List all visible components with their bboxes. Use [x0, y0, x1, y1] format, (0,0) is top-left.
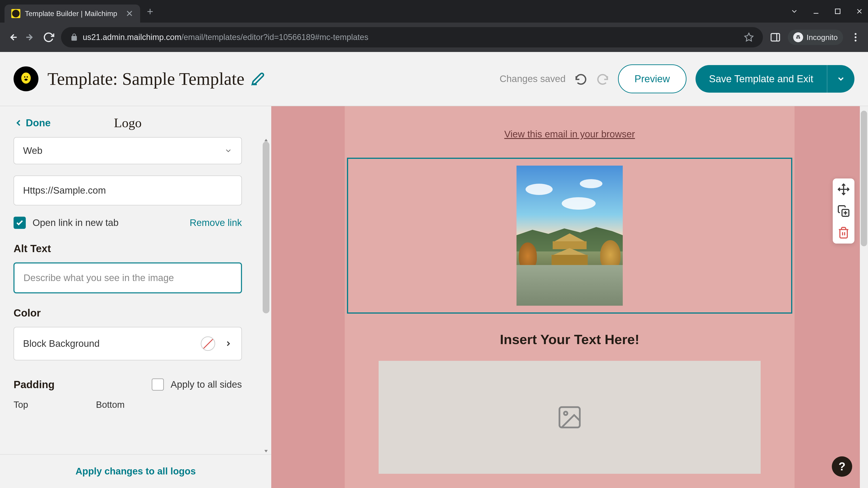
help-button[interactable]: ?	[832, 456, 852, 477]
delete-block-icon[interactable]	[837, 226, 850, 239]
link-type-select[interactable]: Web	[13, 137, 242, 164]
panel-icon[interactable]	[770, 32, 781, 43]
svg-marker-21	[265, 450, 268, 453]
tab-close-icon[interactable]: ✕	[126, 8, 133, 19]
edit-title-icon[interactable]	[251, 72, 265, 86]
close-window-icon[interactable]	[855, 7, 864, 15]
svg-point-11	[798, 37, 800, 39]
svg-point-13	[855, 36, 857, 38]
image-placeholder-icon	[553, 404, 587, 431]
svg-point-23	[564, 412, 567, 415]
sidebar-scroll-thumb[interactable]	[263, 142, 270, 313]
page-title: Template: Sample Template	[48, 69, 244, 89]
incognito-label: Incognito	[807, 33, 838, 42]
alt-text-field[interactable]	[24, 272, 232, 283]
svg-rect-8	[771, 33, 780, 41]
address-bar-right: Incognito	[770, 30, 861, 45]
apply-all-sides-group: Apply to all sides	[152, 379, 242, 391]
save-status: Changes saved	[500, 73, 565, 84]
save-button-group: Save Template and Exit	[695, 65, 855, 93]
sidebar-header: Done Logo	[0, 106, 271, 137]
padding-label: Padding	[13, 379, 55, 391]
favicon-mailchimp	[11, 9, 20, 18]
url-input-field[interactable]	[23, 185, 232, 196]
duplicate-block-icon[interactable]	[837, 205, 850, 217]
svg-marker-7	[745, 33, 753, 41]
logo-image[interactable]	[517, 166, 623, 306]
chevron-down-icon	[224, 147, 232, 155]
new-tab-button[interactable]: +	[147, 5, 153, 18]
open-new-tab-label: Open link in new tab	[33, 217, 119, 228]
svg-marker-20	[265, 139, 268, 141]
svg-point-0	[12, 10, 20, 17]
svg-point-10	[796, 37, 798, 39]
svg-point-14	[855, 39, 857, 41]
browser-tab[interactable]: Template Builder | Mailchimp ✕	[4, 4, 140, 23]
sidebar-scrollbar[interactable]	[263, 137, 270, 454]
window-controls	[790, 7, 864, 15]
bookmark-star-icon[interactable]	[744, 32, 754, 42]
incognito-icon	[793, 32, 803, 42]
canvas-scroll-thumb[interactable]	[861, 111, 867, 246]
svg-rect-2	[835, 9, 840, 14]
redo-button[interactable]	[596, 72, 609, 85]
sidebar: Done Logo Web	[0, 106, 271, 488]
svg-point-15	[21, 72, 31, 84]
maximize-icon[interactable]	[834, 7, 842, 15]
text-block[interactable]: Insert Your Text Here!	[345, 314, 795, 361]
color-section-label: Color	[13, 307, 258, 319]
lock-icon	[70, 33, 78, 41]
save-dropdown-button[interactable]	[827, 65, 855, 93]
svg-point-12	[855, 33, 857, 35]
logo-block-selected[interactable]	[347, 158, 792, 314]
browser-chrome: Template Builder | Mailchimp ✕ + us21.ad…	[0, 0, 868, 52]
apply-all-logos-link[interactable]: Apply changes to all logos	[75, 466, 196, 477]
url-box[interactable]: us21.admin.mailchimp.com/email/templates…	[61, 27, 763, 47]
url-input[interactable]	[13, 175, 242, 205]
svg-point-18	[24, 78, 28, 80]
svg-point-16	[24, 76, 26, 78]
block-toolbar	[833, 178, 855, 243]
undo-button[interactable]	[575, 72, 587, 85]
tabs-dropdown-icon[interactable]	[790, 7, 798, 15]
preview-button[interactable]: Preview	[618, 64, 686, 93]
sidebar-footer: Apply changes to all logos	[0, 454, 271, 488]
save-template-button[interactable]: Save Template and Exit	[695, 65, 827, 93]
app-header: Template: Sample Template Changes saved …	[0, 52, 868, 106]
canvas-scrollbar[interactable]	[860, 106, 868, 488]
sidebar-panel-title: Logo	[114, 115, 142, 130]
incognito-badge[interactable]: Incognito	[788, 30, 843, 45]
apply-all-sides-checkbox[interactable]	[152, 379, 164, 391]
mailchimp-logo[interactable]	[13, 66, 38, 91]
view-in-browser-link[interactable]: View this email in your browser	[345, 115, 795, 158]
sidebar-scroll[interactable]: Web Open link in new tab Re	[0, 137, 271, 454]
padding-header-row: Padding Apply to all sides	[13, 379, 242, 391]
block-background-row[interactable]: Block Background	[13, 327, 242, 360]
tab-bar: Template Builder | Mailchimp ✕ +	[0, 0, 868, 23]
open-new-tab-row: Open link in new tab Remove link	[13, 217, 242, 229]
reload-button[interactable]	[43, 32, 54, 43]
padding-bottom-label: Bottom	[96, 400, 125, 410]
move-block-icon[interactable]	[837, 183, 850, 196]
apply-all-sides-label: Apply to all sides	[170, 379, 242, 390]
scroll-down-arrow-icon[interactable]	[264, 449, 269, 454]
alt-text-input[interactable]	[13, 263, 242, 293]
forward-button[interactable]	[25, 32, 36, 43]
kebab-menu-icon[interactable]	[850, 32, 861, 43]
back-button[interactable]	[7, 32, 18, 43]
block-background-label: Block Background	[23, 338, 100, 349]
image-placeholder-block[interactable]	[379, 361, 761, 474]
padding-top-label: Top	[13, 400, 28, 410]
header-actions: Changes saved Preview Save Template and …	[500, 64, 855, 93]
padding-sublabels: Top Bottom	[13, 400, 258, 410]
remove-link-button[interactable]: Remove link	[190, 217, 242, 228]
canvas[interactable]: View this email in your browser Insert Y…	[271, 106, 868, 488]
alt-text-label: Alt Text	[13, 242, 258, 255]
minimize-icon[interactable]	[812, 7, 820, 15]
app: Template: Sample Template Changes saved …	[0, 52, 868, 488]
address-bar: us21.admin.mailchimp.com/email/templates…	[0, 23, 868, 52]
done-button[interactable]: Done	[13, 117, 51, 129]
email-body: View this email in your browser Insert Y…	[345, 106, 795, 488]
open-new-tab-checkbox[interactable]	[13, 217, 26, 229]
url-text: us21.admin.mailchimp.com/email/templates…	[83, 33, 368, 42]
